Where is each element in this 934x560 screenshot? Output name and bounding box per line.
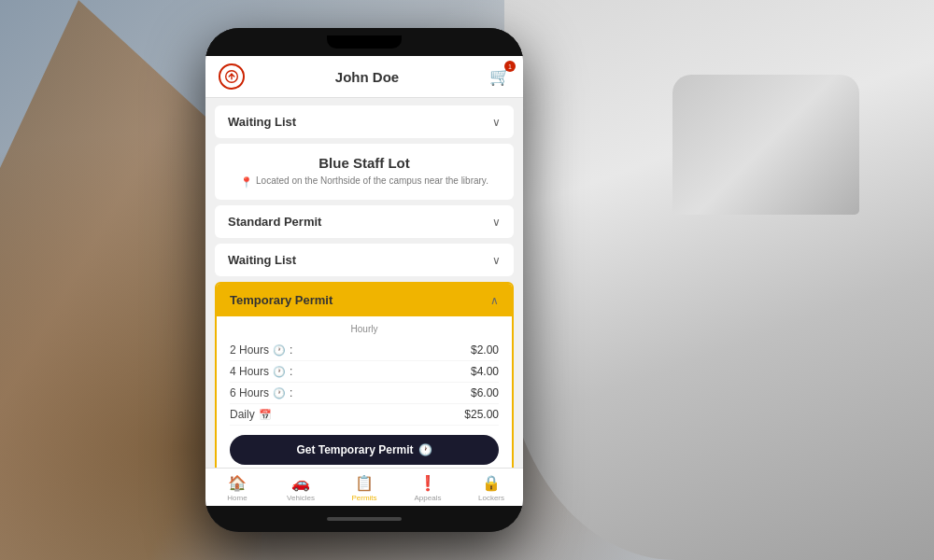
accordion-standard-permit[interactable]: Standard Permit ∨: [215, 205, 514, 238]
price-label-2hours: 2 Hours 🕐:: [230, 343, 292, 357]
price-label-6hours: 6 Hours 🕐:: [230, 386, 292, 399]
home-indicator: [327, 517, 402, 521]
chevron-up-icon: ∧: [490, 294, 499, 307]
lot-location: 📍 Located on the Northside of the campus…: [228, 175, 501, 189]
price-label-4hours: 4 Hours 🕐:: [230, 365, 292, 378]
chevron-down-icon: ∨: [492, 116, 501, 129]
get-temporary-permit-button[interactable]: Get Temporary Permit 🕐: [230, 435, 499, 465]
cart-button[interactable]: 🛒 1: [489, 66, 510, 87]
accordion-waiting-list-2[interactable]: Waiting List ∨: [215, 244, 514, 276]
bottom-navigation: 🏠 Home 🚗 Vehicles 📋 Permits ❗ Appeals 🔒 …: [205, 468, 523, 506]
app-logo: [219, 63, 245, 90]
price-row-daily: Daily 📅 $25.00: [230, 404, 499, 426]
price-row-2hours: 2 Hours 🕐: $2.00: [230, 340, 499, 361]
location-pin-icon: 📍: [240, 175, 253, 189]
app-content: Waiting List ∨ Blue Staff Lot 📍 Located …: [205, 98, 523, 468]
clock-icon: 🕐: [273, 344, 286, 357]
price-value-daily: $25.00: [464, 408, 499, 421]
chevron-down-icon: ∨: [492, 254, 501, 267]
vehicles-icon: 🚗: [291, 474, 310, 492]
phone-top-bar: [205, 28, 523, 56]
price-text: 6 Hours: [230, 386, 269, 399]
temporary-permit-section: Temporary Permit ∧ Hourly 2 Hours 🕐: $2.…: [215, 282, 514, 468]
phone-device: John Doe 🛒 1 Waiting List ∨ Blue Staff L…: [205, 28, 523, 532]
temporary-permit-body: Hourly 2 Hours 🕐: $2.00 4 Hours 🕐:: [217, 316, 512, 468]
phone-notch: [327, 35, 402, 49]
hourly-label: Hourly: [230, 324, 499, 334]
calendar-icon: 📅: [259, 409, 272, 421]
price-value-4hours: $4.00: [471, 365, 499, 378]
button-label: Get Temporary Permit: [296, 443, 413, 456]
accordion-label: Standard Permit: [228, 215, 321, 229]
phone-bottom-bar: [205, 506, 523, 532]
accordion-label: Waiting List: [228, 115, 296, 129]
user-name: John Doe: [335, 69, 399, 85]
lot-card: Blue Staff Lot 📍 Located on the Northsid…: [215, 144, 514, 200]
temporary-permit-header[interactable]: Temporary Permit ∧: [217, 284, 512, 316]
nav-label-home: Home: [227, 494, 247, 502]
nav-item-appeals[interactable]: ❗ Appeals: [396, 474, 460, 502]
nav-label-appeals: Appeals: [415, 494, 442, 502]
car-grill: [672, 75, 859, 215]
chevron-down-icon: ∨: [492, 216, 501, 229]
price-label-daily: Daily 📅: [230, 408, 272, 421]
price-row-6hours: 6 Hours 🕐: $6.00: [230, 383, 499, 404]
car-background: [504, 0, 934, 560]
temporary-permit-label: Temporary Permit: [230, 293, 333, 307]
accordion-label: Waiting List: [228, 253, 296, 267]
permits-icon: 📋: [355, 474, 374, 492]
price-value-2hours: $2.00: [471, 343, 499, 357]
nav-label-permits: Permits: [351, 494, 376, 502]
nav-label-vehicles: Vehicles: [287, 494, 315, 502]
lockers-icon: 🔒: [482, 474, 501, 492]
lot-location-text: Located on the Northside of the campus n…: [256, 175, 488, 187]
home-icon: 🏠: [228, 474, 247, 492]
clock-icon: 🕐: [273, 366, 286, 378]
price-text: Daily: [230, 408, 255, 421]
lot-title: Blue Staff Lot: [228, 155, 501, 171]
clock-icon: 🕐: [418, 443, 432, 456]
cart-badge: 1: [504, 61, 516, 72]
nav-item-lockers[interactable]: 🔒 Lockers: [460, 474, 523, 502]
price-row-4hours: 4 Hours 🕐: $4.00: [230, 361, 499, 383]
nav-item-home[interactable]: 🏠 Home: [205, 474, 269, 502]
accordion-waiting-list-1[interactable]: Waiting List ∨: [215, 105, 514, 138]
nav-item-permits[interactable]: 📋 Permits: [333, 474, 396, 502]
phone-screen: John Doe 🛒 1 Waiting List ∨ Blue Staff L…: [205, 56, 523, 506]
nav-label-lockers: Lockers: [478, 494, 504, 502]
appeals-icon: ❗: [418, 474, 437, 492]
app-header: John Doe 🛒 1: [205, 56, 523, 98]
clock-icon: 🕐: [273, 387, 286, 399]
nav-item-vehicles[interactable]: 🚗 Vehicles: [269, 474, 333, 502]
price-text: 4 Hours: [230, 365, 269, 378]
price-text: 2 Hours: [230, 343, 269, 357]
price-value-6hours: $6.00: [471, 386, 499, 399]
